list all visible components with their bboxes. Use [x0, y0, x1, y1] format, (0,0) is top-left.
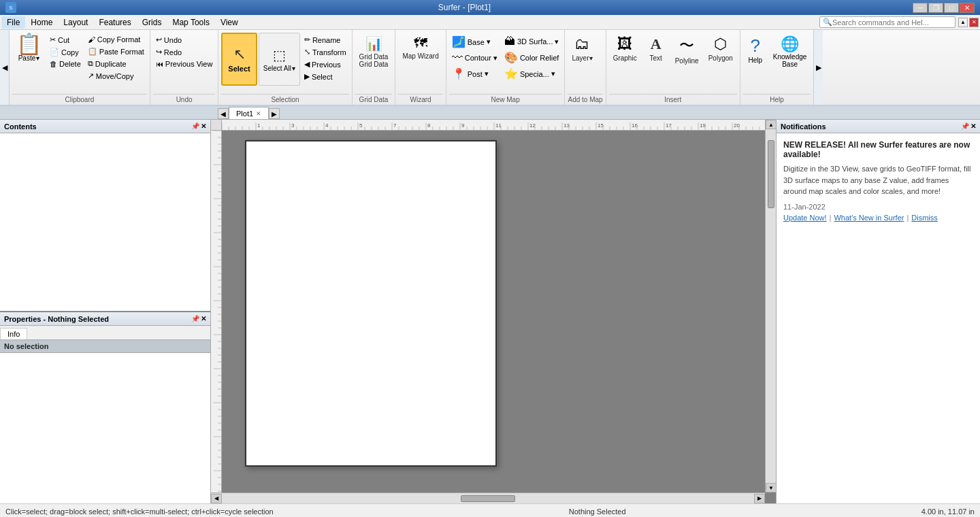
scroll-thumb-v[interactable] — [768, 140, 774, 208]
layer-button[interactable]: 🗂 Layer▾ — [568, 33, 596, 65]
ruler-vertical — [211, 131, 222, 493]
scroll-right-arrow[interactable]: ▶ — [754, 494, 765, 503]
clipboard-col2: 🖌 Copy Format 📋 Paste Format ⧉ Duplicate… — [85, 33, 147, 82]
delete-button[interactable]: 🗑 Delete — [47, 59, 84, 69]
map-wizard-icon: 🗺 — [414, 35, 427, 51]
color-relief-button[interactable]: 🎨 Color Relief — [502, 50, 562, 65]
copy-button[interactable]: 📄 Copy — [47, 46, 84, 58]
previous-view-button[interactable]: ⏮ Previous View — [153, 59, 216, 69]
update-now-link[interactable]: Update Now! — [783, 214, 827, 222]
undo-icon: ↩ — [156, 35, 162, 44]
select-all-button[interactable]: ⬚ Select All▾ — [259, 33, 300, 86]
grid-data-button[interactable]: 📊 Grid Data Grid Data — [355, 33, 393, 71]
polygon-button[interactable]: ⬡ Polygon — [704, 33, 737, 65]
tab-plot1[interactable]: Plot1 ✕ — [229, 107, 269, 119]
paste-arrow[interactable]: ▾ — [36, 54, 39, 62]
menu-map-tools[interactable]: Map Tools — [167, 16, 214, 29]
post-button[interactable]: 📍 Post▾ — [449, 66, 500, 82]
close-button[interactable]: ✕ — [960, 3, 975, 13]
next-select-button[interactable]: ▶ Select — [301, 71, 349, 82]
dismiss-link[interactable]: Dismiss — [911, 214, 938, 222]
scroll-left-arrow[interactable]: ◀ — [211, 494, 222, 503]
transform-button[interactable]: ⤡ Transform — [301, 46, 349, 58]
status-right-text: 4.00 in, 11.07 in — [921, 507, 975, 516]
tab-info[interactable]: Info — [0, 328, 27, 339]
window-controls: ─ ❐ □ ✕ — [913, 3, 975, 13]
paste-button[interactable]: 📋 Paste▾ — [12, 33, 46, 63]
props-close-icon[interactable]: ✕ — [201, 315, 206, 322]
notif-close-icon[interactable]: ✕ — [970, 122, 976, 130]
menu-grids[interactable]: Grids — [137, 16, 167, 29]
insert-label: Insert — [609, 94, 737, 105]
polyline-button[interactable]: 〜 Polyline — [671, 33, 703, 67]
polyline-icon: 〜 — [679, 35, 694, 56]
canvas-page — [245, 140, 497, 467]
vertical-scrollbar[interactable]: ▲ ▼ — [765, 120, 776, 493]
knowledge-base-button[interactable]: 🌐 Knowledge Base — [769, 33, 811, 71]
polyline-label: Polyline — [675, 57, 699, 65]
undo-label: Undo — [153, 94, 216, 105]
canvas-area[interactable]: 13457891112131516171920 ▲ ▼ ◀ ▶ — [211, 120, 776, 503]
ribbon-scroll-right[interactable]: ▶ — [813, 30, 823, 105]
svg-text:8: 8 — [427, 122, 431, 129]
tab-close-icon[interactable]: ✕ — [256, 110, 261, 117]
restore-button[interactable]: ❐ — [928, 3, 943, 13]
svg-text:9: 9 — [461, 122, 465, 129]
search-input[interactable] — [832, 18, 948, 27]
addtomap-label: Add to Map — [568, 94, 602, 105]
rename-button[interactable]: ✏ Rename — [301, 34, 349, 46]
whats-new-link[interactable]: What's New in Surfer — [834, 214, 904, 222]
minimize-button[interactable]: ─ — [913, 3, 928, 13]
menu-layout[interactable]: Layout — [58, 16, 93, 29]
scroll-down-arrow[interactable]: ▼ — [766, 483, 776, 493]
properties-panel — [0, 352, 210, 503]
contour-button[interactable]: 〰 Contour▾ — [449, 50, 500, 65]
copy-format-button[interactable]: 🖌 Copy Format — [85, 34, 147, 45]
redo-icon: ↪ — [156, 48, 162, 56]
menu-file[interactable]: File — [1, 16, 25, 29]
props-pin-icon[interactable]: 📌 — [191, 315, 199, 322]
help-content: ? Help 🌐 Knowledge Base — [743, 33, 811, 93]
knowledge-base-label: Knowledge Base — [773, 53, 806, 68]
graphic-button[interactable]: 🖼 Graphic — [609, 33, 641, 65]
text-button[interactable]: A Text — [642, 33, 670, 65]
ribbon-scroll-left[interactable]: ◀ — [0, 30, 10, 105]
search-box[interactable]: 🔍 — [819, 16, 956, 28]
color-relief-icon: 🎨 — [504, 51, 518, 64]
menu-features[interactable]: Features — [93, 16, 136, 29]
tab-right-arrow[interactable]: ▶ — [269, 108, 280, 119]
contents-close-icon[interactable]: ✕ — [201, 122, 206, 130]
base-button[interactable]: 🗾 Base▾ — [449, 34, 500, 50]
maximize-button[interactable]: □ — [944, 3, 959, 13]
scroll-thumb-h[interactable] — [461, 495, 515, 502]
undo-col: ↩ Undo ↪ Redo ⏮ Previous View — [153, 33, 216, 69]
tab-left-arrow[interactable]: ◀ — [218, 108, 229, 119]
map-wizard-button[interactable]: 🗺 Map Wizard — [398, 33, 442, 63]
ribbon-min-btn[interactable]: ▲ — [958, 18, 968, 27]
cut-button[interactable]: ✂ Cut — [47, 34, 84, 46]
menu-view[interactable]: View — [215, 16, 244, 29]
duplicate-button[interactable]: ⧉ Duplicate — [85, 58, 147, 69]
paste-format-button[interactable]: 📋 Paste Format — [85, 46, 147, 57]
ribbon-group-help: ? Help 🌐 Knowledge Base Help — [740, 30, 813, 105]
move-copy-button[interactable]: ↗ Move/Copy — [85, 70, 147, 82]
redo-button[interactable]: ↪ Redo — [153, 46, 216, 58]
app-close-btn[interactable]: ✕ — [969, 18, 979, 27]
previous-button[interactable]: ◀ Previous — [301, 59, 349, 70]
help-button[interactable]: ? Help — [743, 33, 768, 67]
transform-icon: ⤡ — [304, 48, 310, 56]
surface3d-button[interactable]: 🏔 3D Surfa...▾ — [502, 34, 562, 49]
menu-home[interactable]: Home — [25, 16, 58, 29]
right-panel: Notifications 📌 ✕ NEW RELEASE! All new S… — [776, 120, 980, 503]
ribbon-group-undo: ↩ Undo ↪ Redo ⏮ Previous View Undo — [150, 30, 219, 105]
undo-button[interactable]: ↩ Undo — [153, 34, 216, 46]
select-button[interactable]: ↖ Select — [221, 33, 257, 86]
select-cursor-icon: ↖ — [233, 46, 246, 63]
scroll-up-arrow[interactable]: ▲ — [766, 120, 776, 129]
main-area: Contents 📌 ✕ Properties - Nothing Select… — [0, 120, 980, 503]
special-button[interactable]: ⭐ Specia...▾ — [502, 66, 562, 82]
horizontal-scrollbar[interactable]: ◀ ▶ — [211, 493, 765, 503]
contents-pin-icon[interactable]: 📌 — [191, 122, 199, 130]
wizard-label: Wizard — [398, 94, 442, 105]
notif-pin-icon[interactable]: 📌 — [961, 122, 969, 130]
